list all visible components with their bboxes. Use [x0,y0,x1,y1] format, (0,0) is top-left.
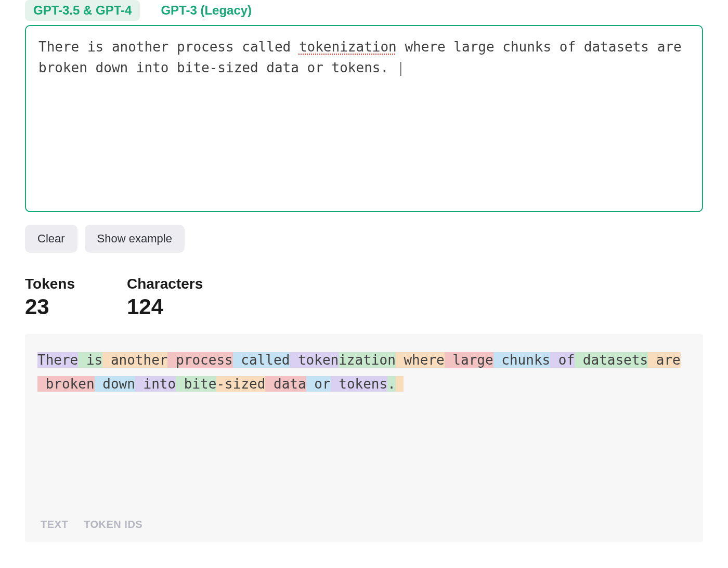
token-span: datasets [575,352,648,368]
tokenizer-textarea[interactable]: There is another process called tokeniza… [25,25,703,212]
input-text-spellerror: tokenization [299,39,397,55]
token-span: are [648,352,681,368]
button-row: Clear Show example [25,225,703,253]
view-tab-text[interactable]: TEXT [41,519,68,531]
token-span: broken [37,376,95,392]
token-span: bite [176,376,216,392]
token-span: ization [339,352,396,368]
token-span: chunks [493,352,551,368]
token-span: -sized [216,376,265,392]
tab-gpt35-gpt4[interactable]: GPT-3.5 & GPT-4 [25,0,140,21]
token-span: large [445,352,493,368]
characters-label: Characters [127,276,203,292]
token-span: token [290,352,339,368]
token-span: tokens [331,376,388,392]
characters-stat: Characters 124 [127,276,203,319]
view-tabs: TEXT TOKEN IDS [41,519,142,531]
input-text-segment: There is another process called [38,39,299,55]
clear-button[interactable]: Clear [25,225,77,253]
tab-gpt3-legacy[interactable]: GPT-3 (Legacy) [152,0,260,21]
token-span: another [102,352,167,368]
token-span [396,376,404,392]
text-cursor: | [397,60,405,75]
token-text: There is another process called tokeniza… [37,348,691,396]
token-span: data [265,376,306,392]
token-span: down [95,376,135,392]
show-example-button[interactable]: Show example [85,225,185,253]
view-tab-token-ids[interactable]: TOKEN IDS [84,519,142,531]
token-span: called [233,352,290,368]
token-span: is [78,352,102,368]
tokens-value: 23 [25,294,75,319]
token-panel: There is another process called tokeniza… [25,334,703,542]
tokens-stat: Tokens 23 [25,276,75,319]
token-span: where [396,352,445,368]
token-span: of [550,352,575,368]
tokens-label: Tokens [25,276,75,292]
token-span: process [167,352,232,368]
characters-value: 124 [127,294,203,319]
model-tabs: GPT-3.5 & GPT-4 GPT-3 (Legacy) [25,0,703,21]
token-span: There [37,352,78,368]
token-span: into [135,376,176,392]
stats-row: Tokens 23 Characters 124 [25,276,703,319]
token-span: . [387,376,396,392]
token-span: or [306,376,331,392]
